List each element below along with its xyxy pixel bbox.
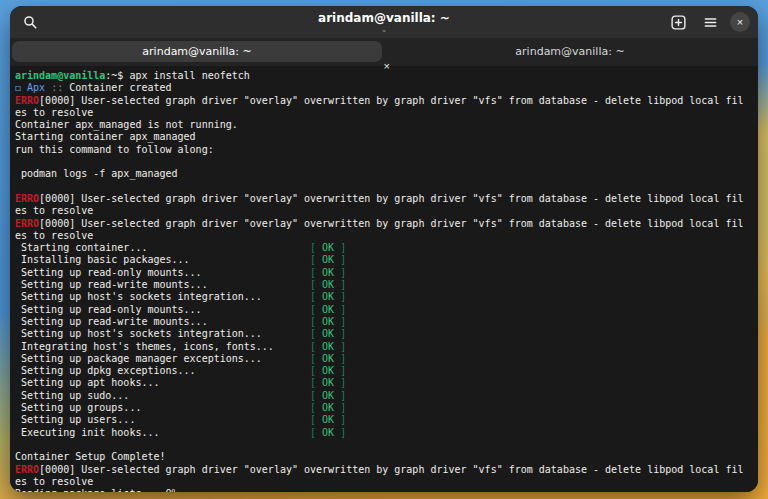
search-button[interactable] [18,10,42,34]
tab-close-button[interactable]: × [359,45,373,59]
tab-inactive[interactable]: arindam@vanilla: ~ [384,41,756,62]
window-close-button[interactable]: × [730,12,750,32]
terminal-line: Executing init hooks... [ OK ] [15,427,754,439]
window-title: arindam@vanilla: ~ [318,11,450,25]
headerbar: arindam@vanilla: ~ ⌄ [10,6,758,38]
close-icon: × [737,12,743,32]
terminal-line: Setting up dpkg exceptions... [ OK ] [15,365,754,377]
terminal-line [15,181,754,193]
terminal-line: es to resolve [15,230,754,242]
new-tab-icon [671,15,686,30]
tab-bar: arindam@vanilla: ~ × arindam@vanilla: ~ [10,38,758,66]
new-tab-button[interactable] [666,10,690,34]
search-icon [23,15,38,30]
terminal-line: ERRO[0000] User-selected graph driver "o… [15,193,754,205]
terminal-output[interactable]: arindam@vanilla:~$ apx install neofetch◻… [10,66,758,492]
terminal-line: ◻ Apx :: Container created [15,82,754,94]
terminal-line: ERRO[0000] User-selected graph driver "o… [15,95,754,107]
terminal-line: Setting up sudo... [ OK ] [15,390,754,402]
menu-button[interactable] [698,10,722,34]
tab-label: arindam@vanilla: ~ [515,45,624,58]
terminal-line: arindam@vanilla:~$ apx install neofetch [15,70,754,82]
terminal-line: Setting up apt hooks... [ OK ] [15,377,754,389]
terminal-line: run this command to follow along: [15,144,754,156]
terminal-line: es to resolve [15,107,754,119]
terminal-line: Starting container apx_managed [15,131,754,143]
terminal-line: Setting up read-write mounts... [ OK ] [15,279,754,291]
chevron-down-icon: ⌄ [318,26,450,33]
terminal-line: Container Setup Complete! [15,451,754,463]
terminal-line: Installing basic packages... [ OK ] [15,254,754,266]
tab-label: arindam@vanilla: ~ [142,45,251,58]
terminal-line: Integrating host's themes, icons, fonts.… [15,341,754,353]
terminal-line: Setting up groups... [ OK ] [15,402,754,414]
window-title-area: arindam@vanilla: ~ ⌄ [318,9,450,33]
tab-active[interactable]: arindam@vanilla: ~ × [12,41,382,62]
terminal-line: ERRO[0000] User-selected graph driver "o… [15,218,754,230]
terminal-line: es to resolve [15,476,754,488]
terminal-line: Setting up read-only mounts... [ OK ] [15,267,754,279]
terminal-line: Setting up read-write mounts... [ OK ] [15,316,754,328]
hamburger-menu-icon [703,15,718,30]
terminal-line: podman logs -f apx_managed [15,168,754,180]
terminal-line [15,156,754,168]
terminal-line: es to resolve [15,205,754,217]
terminal-line: Setting up host's sockets integration...… [15,328,754,340]
terminal-line: Setting up host's sockets integration...… [15,291,754,303]
terminal-line: Reading package lists... 0% [15,488,754,492]
terminal-line: Setting up package manager exceptions...… [15,353,754,365]
terminal-line: Starting container... [ OK ] [15,242,754,254]
terminal-line: Container apx_managed is not running. [15,119,754,131]
terminal-line [15,439,754,451]
terminal-window: arindam@vanilla: ~ ⌄ [10,6,758,492]
terminal-line: Setting up read-only mounts... [ OK ] [15,304,754,316]
terminal-line: Setting up users... [ OK ] [15,414,754,426]
terminal-line: ERRO[0000] User-selected graph driver "o… [15,464,754,476]
